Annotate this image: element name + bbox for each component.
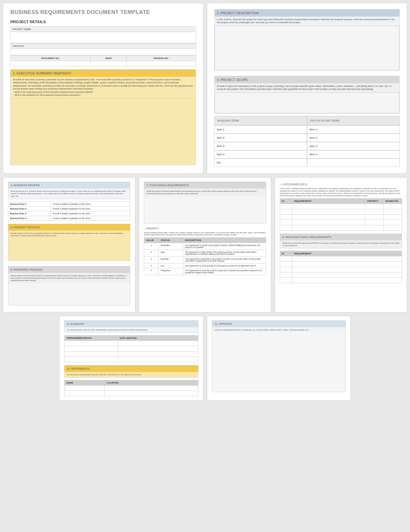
proposed-process-section: 6. PROPOSED PROCESS Provide details of t… bbox=[8, 266, 130, 306]
in-scope-item[interactable]: Item 1: bbox=[214, 125, 307, 134]
exec-summary-section: 1. EXECUTIVE SUMMARY SNAPSHOT Provide an… bbox=[10, 69, 196, 165]
project-scope-body: Provide a high-level description of the … bbox=[215, 83, 400, 92]
out-scope-header: OUT-OF-SCOPE ITEMS bbox=[307, 116, 400, 125]
project-scope-title: 3. PROJECT SCOPE bbox=[215, 76, 400, 83]
page-1: BUSINESS REQUIREMENTS DOCUMENT TEMPLATE … bbox=[3, 3, 203, 174]
out-scope-item[interactable]: Item 1: bbox=[307, 125, 400, 134]
priority-table: VALUE STATUS DESCRIPTION 1ImmediateThe r… bbox=[144, 237, 266, 275]
priority-title: -- PRIORITY bbox=[144, 226, 266, 231]
present-process-title: 5. PRESENT PROCESS bbox=[8, 224, 130, 231]
appendix-body: Include any additional information for r… bbox=[212, 327, 346, 333]
page-4: 7. FUNCTIONAL REQUIREMENTS Detail the pr… bbox=[139, 177, 271, 312]
doc-meta-table: DOCUMENT NO. DATE VERSION NO. bbox=[10, 55, 196, 66]
business-drivers-title: 4. BUSINESS DRIVERS bbox=[8, 182, 130, 188]
exec-summary-blank[interactable] bbox=[11, 98, 196, 165]
exec-summary-title: 1. EXECUTIVE SUMMARY SNAPSHOT bbox=[11, 70, 196, 77]
version-header: VERSION NO. bbox=[126, 56, 196, 61]
drivers-table: Business Driver 1:Provide a detailed exp… bbox=[8, 202, 130, 221]
proposed-process-body: Provide details of the proposed process … bbox=[8, 273, 130, 283]
creator-field[interactable] bbox=[10, 49, 196, 55]
references-body: Provide links to all referenced resource… bbox=[65, 372, 198, 377]
in-scope-item[interactable]: Etc. bbox=[214, 159, 307, 167]
out-scope-item[interactable]: Item 3: bbox=[307, 142, 400, 150]
functional-req-blank[interactable] bbox=[144, 196, 266, 223]
glossary-title: 9. GLOSSARY bbox=[65, 321, 198, 327]
project-details-heading: PROJECT DETAILS bbox=[10, 20, 196, 24]
present-process-blank[interactable] bbox=[8, 238, 130, 261]
docno-header: DOCUMENT NO. bbox=[11, 56, 91, 61]
references-title: 10. REFERENCES bbox=[65, 365, 198, 372]
priority-body: Use the following priority table. It all… bbox=[144, 231, 266, 238]
nfr-table: ID REQUIREMENT bbox=[280, 251, 402, 283]
categories-table: ID REQUIREMENT PRIORITY RAISED BY bbox=[280, 198, 402, 231]
project-description-body: In this section, describe the project fo… bbox=[215, 17, 400, 26]
page-6: 9. GLOSSARY For easy reference, enter an… bbox=[59, 316, 203, 401]
proposed-process-title: 6. PROPOSED PROCESS bbox=[8, 266, 130, 273]
doc-title: BUSINESS REQUIREMENTS DOCUMENT TEMPLATE bbox=[10, 9, 196, 15]
functional-req-section: 7. FUNCTIONAL REQUIREMENTS Detail the pr… bbox=[144, 182, 266, 223]
in-scope-item[interactable]: Item 2: bbox=[214, 134, 307, 142]
exec-summary-body: Provide an executive summary (overview o… bbox=[11, 77, 196, 98]
functional-req-title: 7. FUNCTIONAL REQUIREMENTS bbox=[144, 182, 266, 188]
business-drivers-section: 4. BUSINESS DRIVERS Enter the reasons (i… bbox=[8, 182, 130, 199]
page-3: 4. BUSINESS DRIVERS Enter the reasons (i… bbox=[3, 177, 135, 312]
categories-body: In this section, detail the project's fu… bbox=[280, 187, 402, 198]
project-scope-section: 3. PROJECT SCOPE Provide a high-level de… bbox=[214, 76, 400, 114]
out-scope-item[interactable]: Item 4: bbox=[307, 150, 400, 159]
project-description-blank[interactable] bbox=[215, 26, 400, 70]
page-2: 2. PROJECT DESCRIPTION In this section, … bbox=[207, 3, 407, 174]
functional-req-body: Detail the project's functional requirem… bbox=[144, 188, 266, 196]
appendix-title: 11. APPENDIX bbox=[212, 321, 346, 327]
in-scope-item[interactable]: Item 4: bbox=[214, 150, 307, 159]
out-scope-item[interactable] bbox=[307, 159, 400, 167]
present-process-body: Provide details of your current, prevail… bbox=[8, 231, 130, 238]
creator-label: CREATOR bbox=[10, 43, 196, 49]
references-section: 10. REFERENCES Provide links to all refe… bbox=[64, 365, 198, 378]
categories-title: -- CATEGORIES (RC1) bbox=[280, 182, 402, 187]
out-scope-item[interactable]: Item 2: bbox=[307, 134, 400, 142]
proposed-process-blank[interactable] bbox=[8, 283, 130, 305]
scope-table: IN-SCOPE ITEMS OUT-OF-SCOPE ITEMS Item 1… bbox=[214, 116, 400, 167]
nfr-body: Detail all non-functional requirements (… bbox=[280, 240, 402, 248]
project-name-field[interactable] bbox=[10, 32, 196, 43]
business-drivers-body: Enter the reasons (i.e., business driver… bbox=[8, 188, 130, 199]
nfr-section: 8. NON-FUNCTIONAL REQUIREMENTS Detail al… bbox=[280, 234, 402, 248]
appendix-blank[interactable] bbox=[212, 333, 346, 392]
references-table: NAME LOCATION bbox=[64, 380, 198, 396]
project-scope-blank[interactable] bbox=[215, 92, 400, 113]
appendix-section: 11. APPENDIX Include any additional info… bbox=[212, 320, 346, 392]
page-5: -- CATEGORIES (RC1) In this section, det… bbox=[275, 177, 407, 312]
project-description-section: 2. PROJECT DESCRIPTION In this section, … bbox=[214, 9, 400, 71]
glossary-body: For easy reference, enter any terms, abb… bbox=[65, 327, 198, 333]
nfr-title: 8. NON-FUNCTIONAL REQUIREMENTS bbox=[280, 234, 402, 240]
in-scope-item[interactable]: Item 3: bbox=[214, 142, 307, 150]
present-process-section: 5. PRESENT PROCESS Provide details of yo… bbox=[8, 224, 130, 261]
project-name-label: PROJECT NAME bbox=[10, 26, 196, 32]
project-description-title: 2. PROJECT DESCRIPTION bbox=[215, 9, 400, 17]
glossary-table: TERM/ABBREVIATION EXPLANATION bbox=[64, 335, 198, 362]
date-header: DATE bbox=[90, 56, 126, 61]
glossary-section: 9. GLOSSARY For easy reference, enter an… bbox=[64, 320, 198, 333]
page-7: 11. APPENDIX Include any additional info… bbox=[207, 316, 351, 401]
in-scope-header: IN-SCOPE ITEMS bbox=[214, 116, 307, 125]
